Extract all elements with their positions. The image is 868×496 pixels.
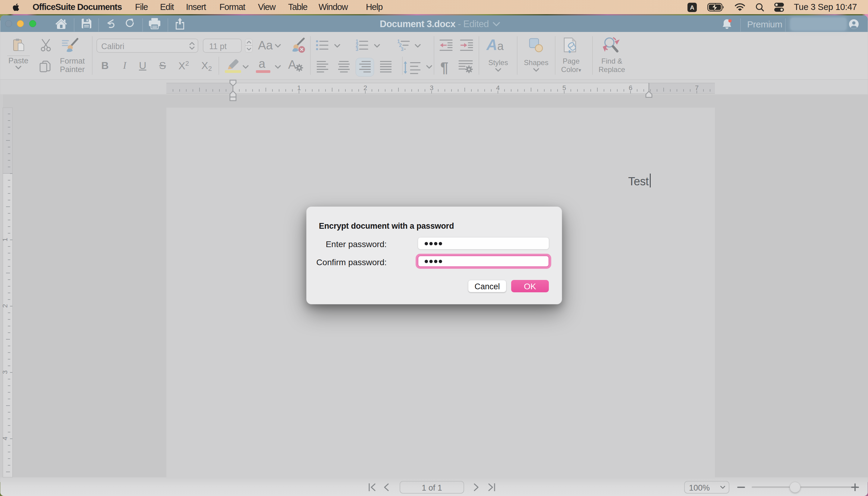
svg-text:A: A [690, 4, 694, 11]
